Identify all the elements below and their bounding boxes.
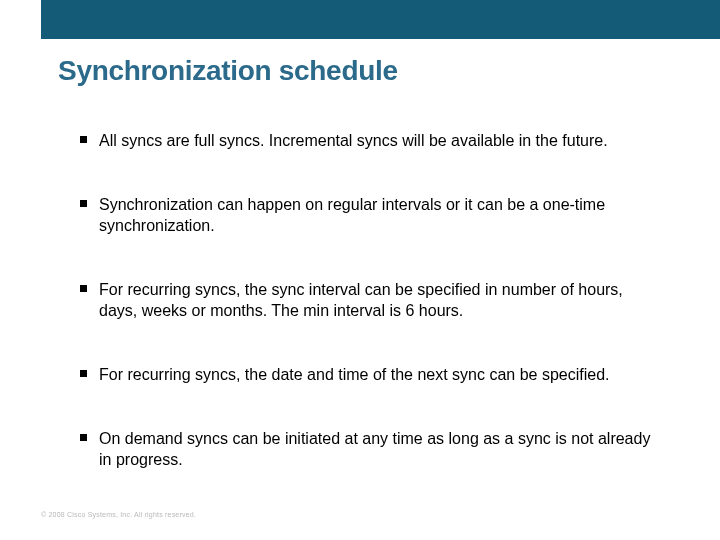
header-bar bbox=[41, 0, 720, 39]
copyright-footer: © 2008 Cisco Systems, Inc. All rights re… bbox=[41, 511, 196, 518]
bullet-icon bbox=[80, 285, 87, 292]
bullet-text: Synchronization can happen on regular in… bbox=[99, 194, 660, 237]
bullet-list: All syncs are full syncs. Incremental sy… bbox=[80, 130, 660, 513]
list-item: All syncs are full syncs. Incremental sy… bbox=[80, 130, 660, 152]
bullet-text: All syncs are full syncs. Incremental sy… bbox=[99, 130, 660, 152]
bullet-text: For recurring syncs, the date and time o… bbox=[99, 364, 660, 386]
list-item: For recurring syncs, the sync interval c… bbox=[80, 279, 660, 322]
bullet-icon bbox=[80, 136, 87, 143]
bullet-icon bbox=[80, 434, 87, 441]
slide: Synchronization schedule All syncs are f… bbox=[0, 0, 720, 540]
bullet-icon bbox=[80, 370, 87, 377]
list-item: On demand syncs can be initiated at any … bbox=[80, 428, 660, 471]
bullet-text: On demand syncs can be initiated at any … bbox=[99, 428, 660, 471]
list-item: For recurring syncs, the date and time o… bbox=[80, 364, 660, 386]
slide-title: Synchronization schedule bbox=[58, 55, 398, 87]
bullet-text: For recurring syncs, the sync interval c… bbox=[99, 279, 660, 322]
bullet-icon bbox=[80, 200, 87, 207]
list-item: Synchronization can happen on regular in… bbox=[80, 194, 660, 237]
